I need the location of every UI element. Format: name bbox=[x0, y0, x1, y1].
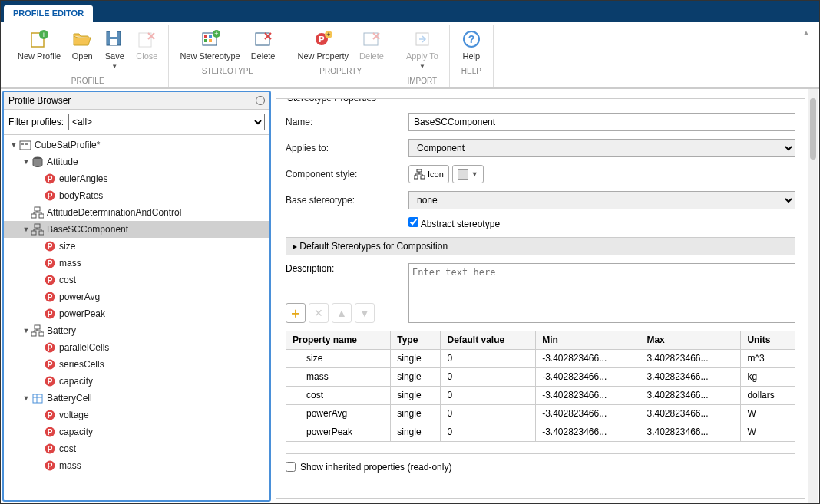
stereotype-properties-panel: Stereotype Properties Name: Applies to: … bbox=[276, 98, 805, 499]
profile-tree[interactable]: ▼CubeSatProfile*▼AttitudePeulerAnglesPbo… bbox=[4, 135, 269, 500]
open-button[interactable]: Open bbox=[67, 25, 98, 74]
svg-rect-30 bbox=[21, 143, 24, 145]
tree-item[interactable]: PeulerAngles bbox=[4, 170, 269, 187]
tree-item[interactable]: PpowerPeak bbox=[4, 305, 269, 322]
svg-text:P: P bbox=[48, 293, 53, 301]
new-property-button[interactable]: P+New Property bbox=[293, 25, 353, 64]
tree-item[interactable]: ▼BaseSCComponent bbox=[4, 221, 269, 238]
tree-item[interactable]: ▼Attitude bbox=[4, 153, 269, 170]
table-row[interactable]: masssingle0-3.402823466...3.402823466...… bbox=[286, 367, 795, 386]
tree-item[interactable]: Pmass bbox=[4, 255, 269, 272]
svg-text:P: P bbox=[48, 192, 53, 200]
tree-item[interactable]: Psize bbox=[4, 238, 269, 255]
group-label: PROFILE bbox=[71, 77, 104, 85]
svg-text:P: P bbox=[48, 377, 53, 386]
expand-toggle[interactable]: ▼ bbox=[21, 226, 31, 233]
save-icon bbox=[104, 28, 125, 50]
profile-icon bbox=[19, 139, 31, 151]
table-row[interactable]: powerPeaksingle0-3.402823466...3.4028234… bbox=[286, 423, 795, 441]
p-icon: P bbox=[44, 308, 56, 320]
tree-item[interactable]: Pmass bbox=[4, 457, 269, 474]
table-row[interactable]: sizesingle0-3.402823466...3.402823466...… bbox=[286, 349, 795, 367]
filter-select[interactable]: <all> bbox=[68, 114, 265, 130]
minimize-ribbon-icon[interactable]: ▲ bbox=[799, 25, 813, 87]
tree-item[interactable]: Pcost bbox=[4, 272, 269, 288]
move-down-button: ▼ bbox=[355, 303, 375, 323]
tree-item[interactable]: ▼CubeSatProfile* bbox=[4, 137, 269, 153]
tree-item[interactable]: Pcost bbox=[4, 440, 269, 457]
db-icon bbox=[31, 156, 44, 168]
p-icon: P bbox=[44, 240, 56, 252]
scrollbar[interactable] bbox=[808, 89, 818, 503]
applies-select[interactable]: Component bbox=[408, 139, 795, 157]
column-header[interactable]: Max bbox=[640, 331, 741, 349]
group-label: PROPERTY bbox=[319, 67, 362, 75]
close-button: Close bbox=[131, 25, 162, 74]
svg-rect-12 bbox=[204, 39, 207, 42]
column-header[interactable]: Default value bbox=[441, 331, 536, 349]
p-icon: P bbox=[44, 341, 56, 354]
desc-textarea[interactable] bbox=[408, 263, 795, 323]
table-row[interactable]: costsingle0-3.402823466...3.402823466...… bbox=[286, 386, 795, 404]
expand-toggle[interactable]: ▼ bbox=[21, 394, 31, 402]
help-button[interactable]: ?Help bbox=[456, 25, 487, 64]
column-header[interactable]: Units bbox=[741, 331, 795, 349]
default-stereotypes-header[interactable]: ▸ Default Stereotypes for Composition bbox=[286, 237, 795, 255]
svg-rect-45 bbox=[31, 231, 36, 235]
svg-text:P: P bbox=[48, 344, 53, 352]
delete-st-button[interactable]: Delete bbox=[246, 25, 280, 64]
color-style-button[interactable]: ▼ bbox=[452, 165, 484, 183]
icon-style-button[interactable]: Icon bbox=[408, 165, 449, 183]
expand-toggle[interactable]: ▼ bbox=[21, 158, 31, 166]
tree-item[interactable]: PpowerAvg bbox=[4, 288, 269, 305]
table-row[interactable]: powerAvgsingle0-3.402823466...3.40282346… bbox=[286, 404, 795, 423]
tree-label: cost bbox=[59, 443, 76, 454]
svg-rect-44 bbox=[35, 224, 40, 228]
editor-tab[interactable]: PROFILE EDITOR bbox=[4, 5, 93, 22]
add-property-button[interactable]: ＋ bbox=[286, 303, 306, 323]
tree-label: BatteryCell bbox=[47, 393, 92, 404]
base-select[interactable]: none bbox=[408, 191, 795, 209]
new-profile-button[interactable]: +New Profile bbox=[13, 25, 65, 74]
tree-item[interactable]: ▼BatteryCell bbox=[4, 390, 269, 407]
new-stereotype-icon: + bbox=[200, 28, 221, 50]
svg-text:P: P bbox=[48, 175, 53, 183]
expand-toggle[interactable]: ▼ bbox=[21, 327, 31, 334]
tree-item[interactable]: PseriesCells bbox=[4, 356, 269, 373]
svg-text:+: + bbox=[41, 31, 46, 39]
p-icon: P bbox=[44, 409, 56, 421]
svg-text:P: P bbox=[48, 428, 53, 436]
column-header[interactable]: Type bbox=[391, 331, 441, 349]
save-button[interactable]: Save▼ bbox=[99, 25, 130, 74]
tree-item[interactable]: Pvoltage bbox=[4, 407, 269, 423]
chevron-down-icon: ▼ bbox=[471, 170, 478, 178]
tree-item[interactable]: Pcapacity bbox=[4, 423, 269, 440]
tree-item[interactable]: PbodyRates bbox=[4, 187, 269, 204]
p-icon: P bbox=[44, 173, 56, 185]
legend: Stereotype Properties bbox=[284, 98, 379, 104]
abstract-checkbox[interactable] bbox=[408, 217, 418, 227]
move-up-button: ▲ bbox=[332, 303, 352, 323]
expand-toggle[interactable]: ▼ bbox=[8, 141, 19, 149]
st-icon bbox=[31, 223, 44, 236]
remove-property-button: ✕ bbox=[309, 303, 329, 323]
name-input[interactable] bbox=[408, 113, 795, 131]
tree-label: AttitudeDeterminationAndControl bbox=[47, 207, 181, 218]
panel-gear-icon[interactable] bbox=[256, 96, 265, 105]
svg-rect-31 bbox=[25, 143, 28, 145]
properties-table[interactable]: Property nameTypeDefault valueMinMaxUnit… bbox=[286, 331, 795, 442]
panel-title: Profile Browser bbox=[8, 95, 71, 106]
tree-item[interactable]: Pcapacity bbox=[4, 373, 269, 390]
tree-item[interactable]: AttitudeDeterminationAndControl bbox=[4, 204, 269, 221]
tree-item[interactable]: ▼Battery bbox=[4, 322, 269, 339]
new-stereotype-button[interactable]: +New Stereotype bbox=[175, 25, 244, 64]
tree-item[interactable]: PparallelCells bbox=[4, 339, 269, 356]
column-header[interactable]: Min bbox=[536, 331, 640, 349]
inherited-checkbox[interactable] bbox=[286, 462, 296, 472]
tree-label: capacity bbox=[59, 427, 93, 437]
base-label: Base stereotype: bbox=[286, 195, 408, 206]
svg-rect-13 bbox=[209, 39, 212, 42]
column-header[interactable]: Property name bbox=[286, 331, 391, 349]
abstract-checkbox-label[interactable]: Abstract stereotype bbox=[408, 219, 500, 229]
svg-rect-61 bbox=[35, 325, 40, 329]
